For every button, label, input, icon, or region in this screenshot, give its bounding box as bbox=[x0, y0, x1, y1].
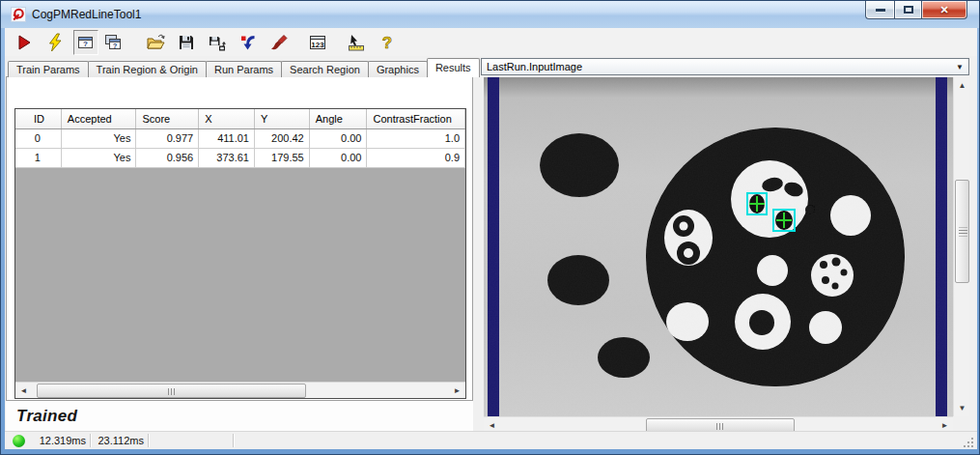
scroll-down-arrow[interactable]: ▼ bbox=[954, 400, 970, 416]
tool-window: CogPMRedLineTool1 ✕ ? ? bbox=[0, 0, 980, 455]
tab-run-params[interactable]: Run Params bbox=[206, 61, 282, 77]
minimize-icon bbox=[876, 9, 885, 12]
cell-accepted: Yes bbox=[62, 149, 137, 167]
save-as-button[interactable] bbox=[205, 30, 230, 55]
tab-search-region[interactable]: Search Region bbox=[281, 61, 369, 77]
scroll-up-arrow[interactable]: ▲ bbox=[954, 77, 970, 94]
separator bbox=[233, 434, 234, 447]
thumb-grip-icon bbox=[716, 423, 725, 430]
clear-train-button[interactable] bbox=[266, 30, 292, 55]
maximize-icon bbox=[904, 6, 913, 14]
results-table[interactable]: ID Accepted Score X Y Angle ContrastFrac… bbox=[14, 108, 466, 399]
cognex-logo-icon bbox=[11, 7, 26, 22]
run-tool-button[interactable] bbox=[12, 30, 37, 55]
ruler-pointer-icon bbox=[347, 33, 366, 52]
cell-accepted: Yes bbox=[62, 129, 137, 148]
tab-results[interactable]: Results bbox=[427, 58, 480, 77]
grid-123-icon: 123 bbox=[308, 33, 327, 52]
close-button[interactable]: ✕ bbox=[922, 1, 967, 19]
cell-score: 0.977 bbox=[136, 129, 199, 148]
tab-train-region-origin[interactable]: Train Region & Origin bbox=[88, 61, 207, 77]
column-header-accepted[interactable]: Accepted bbox=[62, 109, 137, 128]
tab-graphics[interactable]: Graphics bbox=[368, 61, 428, 77]
table-row[interactable]: 1 Yes 0.956 373.61 179.55 0.00 0.9 bbox=[15, 149, 465, 168]
image-view-selector-value: LastRun.InputImage bbox=[487, 61, 582, 72]
cell-contrastfraction: 0.9 bbox=[367, 149, 465, 167]
column-header-contrastfraction[interactable]: ContrastFraction bbox=[367, 109, 465, 128]
reset-arrow-icon bbox=[238, 33, 258, 52]
maximize-button[interactable] bbox=[894, 1, 922, 19]
open-folder-icon bbox=[146, 33, 165, 52]
minimize-button[interactable] bbox=[865, 1, 894, 19]
column-header-y[interactable]: Y bbox=[255, 109, 310, 128]
cell-x: 411.01 bbox=[199, 129, 255, 148]
input-image bbox=[484, 77, 953, 416]
run-continuous-button[interactable] bbox=[42, 30, 68, 55]
coordinate-ruler-button[interactable] bbox=[344, 30, 369, 55]
reset-button[interactable] bbox=[236, 30, 261, 55]
svg-text:?: ? bbox=[83, 40, 88, 48]
toolbar: ? ? bbox=[5, 28, 977, 56]
table-horizontal-scrollbar[interactable]: ◄ ► bbox=[15, 382, 465, 398]
scroll-right-arrow[interactable]: ► bbox=[449, 383, 465, 399]
help-button[interactable]: ? bbox=[375, 30, 400, 55]
window-title: CogPMRedLineTool1 bbox=[32, 8, 141, 21]
chevron-down-icon: ▼ bbox=[956, 60, 964, 75]
float-window-help-icon: ? bbox=[103, 33, 123, 52]
run-time-value: 12.319ms bbox=[32, 435, 86, 446]
cell-y: 200.42 bbox=[255, 129, 310, 148]
tab-strip: Train Params Train Region & Origin Run P… bbox=[8, 58, 479, 77]
trained-status-label: Trained bbox=[16, 407, 77, 426]
scrollbar-thumb[interactable] bbox=[37, 384, 306, 398]
cell-id: 1 bbox=[15, 149, 62, 167]
column-header-score[interactable]: Score bbox=[136, 109, 199, 128]
column-header-id[interactable]: ID bbox=[15, 109, 62, 128]
status-bar: 12.319ms 23.112ms bbox=[5, 431, 977, 449]
scroll-left-arrow[interactable]: ◄ bbox=[15, 383, 32, 399]
svg-text:?: ? bbox=[382, 34, 392, 52]
float-pane-button[interactable]: ? bbox=[100, 30, 126, 55]
lightning-icon bbox=[45, 33, 65, 52]
input-image-display[interactable] bbox=[484, 77, 953, 416]
show-image-pane-button[interactable]: ? bbox=[73, 30, 98, 55]
cell-x: 373.61 bbox=[199, 149, 255, 167]
separator bbox=[148, 434, 149, 447]
floppy-icon bbox=[177, 33, 196, 52]
cell-angle: 0.00 bbox=[310, 149, 368, 167]
close-icon: ✕ bbox=[939, 4, 948, 16]
cell-score: 0.956 bbox=[136, 149, 199, 167]
resize-grip-icon[interactable] bbox=[963, 437, 973, 447]
status-led-icon bbox=[13, 435, 25, 447]
scrollbar-thumb[interactable] bbox=[955, 180, 969, 283]
save-button[interactable] bbox=[174, 30, 199, 55]
table-row[interactable]: 0 Yes 0.977 411.01 200.42 0.00 1.0 bbox=[15, 129, 465, 149]
cell-y: 179.55 bbox=[255, 149, 310, 167]
svg-text:?: ? bbox=[113, 41, 118, 49]
svg-text:123: 123 bbox=[311, 40, 324, 48]
total-time-value: 23.112ms bbox=[96, 435, 144, 446]
table-header-row: ID Accepted Score X Y Angle ContrastFrac… bbox=[15, 109, 465, 129]
window-help-icon: ? bbox=[76, 33, 96, 52]
floppy-arrow-icon bbox=[208, 33, 227, 52]
cell-id: 0 bbox=[15, 129, 62, 148]
help-icon: ? bbox=[378, 33, 397, 52]
cell-contrastfraction: 1.0 bbox=[367, 129, 465, 148]
separator bbox=[90, 434, 91, 447]
run-icon bbox=[14, 33, 34, 52]
results-grid-button[interactable]: 123 bbox=[305, 30, 330, 55]
tab-train-params[interactable]: Train Params bbox=[8, 61, 89, 77]
title-bar[interactable]: CogPMRedLineTool1 bbox=[1, 1, 979, 28]
caption-buttons: ✕ bbox=[865, 1, 967, 19]
column-header-x[interactable]: X bbox=[199, 109, 255, 128]
image-view-selector[interactable]: LastRun.InputImage ▼ bbox=[481, 58, 969, 75]
thumb-grip-icon bbox=[959, 227, 967, 236]
cell-angle: 0.00 bbox=[310, 129, 368, 148]
brush-icon bbox=[269, 33, 289, 52]
thumb-grip-icon bbox=[167, 388, 176, 395]
column-header-angle[interactable]: Angle bbox=[310, 109, 368, 128]
open-file-button[interactable] bbox=[143, 30, 168, 55]
image-vertical-scrollbar[interactable]: ▲ ▼ bbox=[953, 77, 969, 416]
